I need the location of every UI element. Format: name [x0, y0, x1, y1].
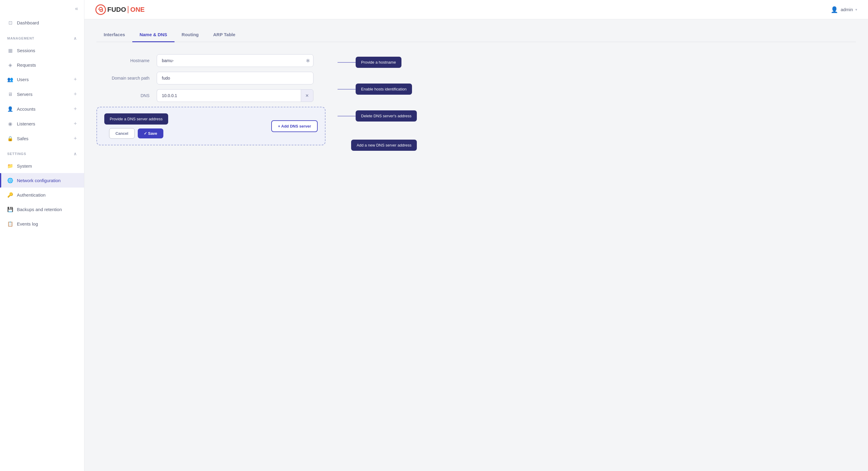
tab-arp-table[interactable]: ARP Table [206, 29, 243, 42]
cancel-save-area: Cancel ✓ Save [109, 128, 163, 139]
accounts-icon: 👤 [7, 106, 13, 112]
sidebar-item-sessions[interactable]: ▦ Sessions [0, 43, 84, 58]
dns-input[interactable] [157, 89, 301, 102]
listeners-label: Listeners [17, 121, 35, 126]
network-icon: 🌐 [7, 177, 13, 183]
sidebar-item-events[interactable]: 📋 Events log [0, 216, 84, 231]
user-avatar-icon: 👤 [831, 6, 838, 13]
events-icon: 📋 [7, 221, 13, 227]
hostname-connector [338, 62, 355, 63]
accounts-label: Accounts [17, 107, 36, 112]
delete-dns-connector [338, 116, 355, 116]
enable-hosts-tooltip: Enable hosts identification [355, 84, 412, 95]
users-label: Users [17, 77, 29, 82]
sidebar-item-auth[interactable]: 🔑 Authentication [0, 187, 84, 202]
dns-label: DNS [96, 93, 157, 98]
safes-icon: 🔒 [7, 136, 13, 142]
hostname-label: Hostname [96, 58, 157, 63]
add-new-dns-tooltip: Add a new DNS server address [351, 140, 417, 151]
users-plus-icon[interactable]: + [73, 76, 77, 83]
system-icon: 📁 [7, 163, 13, 169]
add-dns-button[interactable]: + Add DNS server [271, 120, 318, 132]
domain-input[interactable] [157, 72, 313, 84]
cancel-button[interactable]: Cancel [109, 128, 135, 139]
dns-tooltip-center: Provide a DNS server address Cancel ✓ Sa… [104, 113, 168, 139]
accounts-plus-icon[interactable]: + [73, 106, 77, 112]
main-area: FUDO ONE 👤 admin ▾ Interfaces Name & DNS… [84, 0, 868, 471]
logo-one-text: ONE [130, 6, 145, 13]
username-label: admin [841, 7, 853, 12]
sidebar-item-requests[interactable]: ◈ Requests [0, 58, 84, 72]
save-button[interactable]: ✓ Save [138, 128, 163, 139]
management-section-label: MANAGEMENT ∧ [0, 30, 84, 43]
sessions-label: Sessions [17, 48, 35, 53]
sidebar-item-accounts[interactable]: 👤 Accounts + [0, 101, 84, 116]
topbar: FUDO ONE 👤 admin ▾ [84, 0, 868, 19]
hostname-row: Hostname ✱ [96, 54, 326, 67]
enable-hosts-tooltip-row: Enable hosts identification [338, 84, 417, 95]
listeners-plus-icon[interactable]: + [73, 121, 77, 127]
add-dns-tooltip-row: Add a new DNS server address [338, 140, 417, 151]
provide-hostname-tooltip: Provide a hostname [355, 57, 401, 68]
network-label: Network configuration [17, 178, 61, 183]
enable-hosts-connector [338, 89, 355, 90]
requests-icon: ◈ [7, 62, 13, 68]
settings-chevron[interactable]: ∧ [73, 151, 77, 156]
safes-label: Safes [17, 136, 28, 141]
delete-dns-tooltip-row: Delete DNS server's address [338, 110, 417, 121]
users-icon: 👥 [7, 77, 13, 83]
fudo-logo-icon [95, 4, 106, 15]
user-chevron-icon: ▾ [855, 7, 857, 12]
domain-row: Domain search path [96, 72, 326, 84]
tab-name-dns[interactable]: Name & DNS [132, 29, 175, 42]
hostname-field-wrapper: ✱ [157, 54, 313, 67]
delete-dns-tooltip: Delete DNS server's address [355, 110, 417, 121]
settings-section-label: SETTINGS ∧ [0, 146, 84, 158]
sidebar-item-safes[interactable]: 🔒 Safes + [0, 131, 84, 146]
dns-field-wrapper: ✕ [157, 89, 313, 102]
safes-plus-icon[interactable]: + [73, 136, 77, 142]
auth-icon: 🔑 [7, 192, 13, 198]
management-chevron[interactable]: ∧ [73, 36, 77, 41]
sidebar-item-servers[interactable]: 🖥 Servers + [0, 87, 84, 101]
sidebar-item-dashboard[interactable]: ⊡ Dashboard [0, 15, 84, 30]
events-label: Events log [17, 221, 38, 227]
dns-clear-button[interactable]: ✕ [301, 89, 313, 102]
provide-dns-tooltip: Provide a DNS server address [104, 113, 168, 124]
auth-label: Authentication [17, 193, 45, 198]
hostname-required-icon: ✱ [306, 58, 310, 64]
annotation-box: Provide a DNS server address Cancel ✓ Sa… [96, 107, 326, 145]
user-menu[interactable]: 👤 admin ▾ [831, 6, 857, 13]
servers-label: Servers [17, 92, 33, 97]
listeners-icon: ◉ [7, 121, 13, 127]
sidebar-item-network[interactable]: 🌐 Network configuration [0, 173, 84, 187]
tooltip-column: Provide a hostname Enable hosts identifi… [326, 54, 417, 151]
domain-label: Domain search path [96, 76, 157, 81]
sidebar-item-users[interactable]: 👥 Users + [0, 72, 84, 87]
servers-plus-icon[interactable]: + [73, 91, 77, 97]
logo-divider [128, 6, 128, 13]
sidebar-item-system[interactable]: 📁 System [0, 158, 84, 173]
content-area: Interfaces Name & DNS Routing ARP Table … [84, 19, 868, 471]
tab-interfaces[interactable]: Interfaces [96, 29, 132, 42]
sidebar-item-backups[interactable]: 💾 Backups and retention [0, 202, 84, 216]
sidebar: « ⊡ Dashboard MANAGEMENT ∧ ▦ Sessions ◈ … [0, 0, 84, 471]
hostname-input[interactable] [157, 54, 313, 67]
annotation-box-inner: Provide a DNS server address Cancel ✓ Sa… [104, 113, 318, 139]
tab-routing[interactable]: Routing [175, 29, 206, 42]
requests-label: Requests [17, 62, 36, 67]
sessions-icon: ▦ [7, 47, 13, 53]
collapse-button[interactable]: « [75, 5, 78, 12]
hostname-tooltip-row: Provide a hostname [338, 57, 417, 68]
tabs-bar: Interfaces Name & DNS Routing ARP Table [96, 29, 856, 42]
backups-icon: 💾 [7, 206, 13, 212]
backups-label: Backups and retention [17, 207, 62, 212]
system-label: System [17, 164, 32, 169]
dns-row: DNS ✕ [96, 89, 326, 102]
sidebar-item-listeners[interactable]: ◉ Listeners + [0, 116, 84, 131]
sidebar-collapse-area: « [0, 0, 84, 15]
fields-column: Hostname ✱ Domain search path DNS [96, 54, 326, 145]
form-layout: Hostname ✱ Domain search path DNS [96, 54, 856, 151]
logo-fudo-text: FUDO [107, 6, 126, 13]
logo: FUDO ONE [95, 4, 145, 15]
